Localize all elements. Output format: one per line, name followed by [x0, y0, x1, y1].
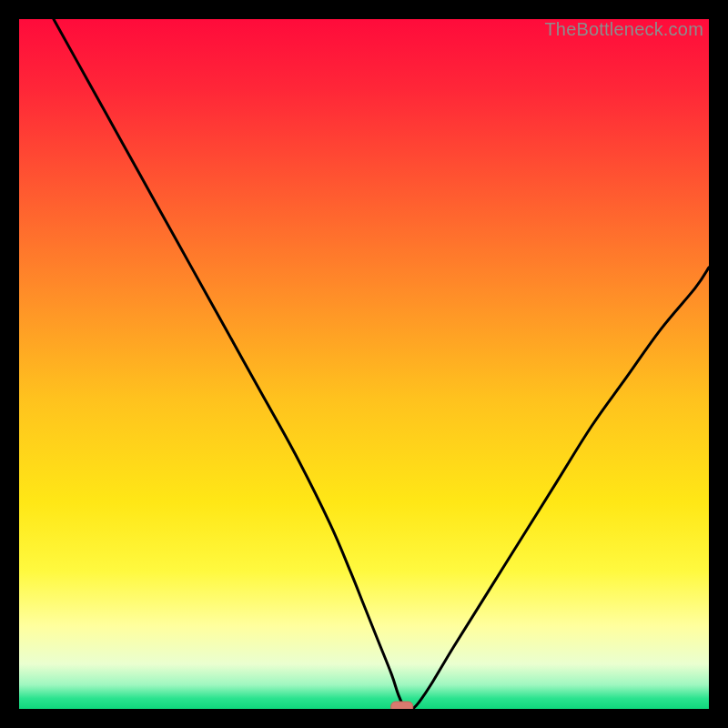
bottleneck-chart: [19, 19, 709, 709]
chart-frame: TheBottleneck.com: [19, 19, 709, 709]
watermark-label: TheBottleneck.com: [544, 19, 703, 40]
optimum-marker: [391, 702, 413, 709]
